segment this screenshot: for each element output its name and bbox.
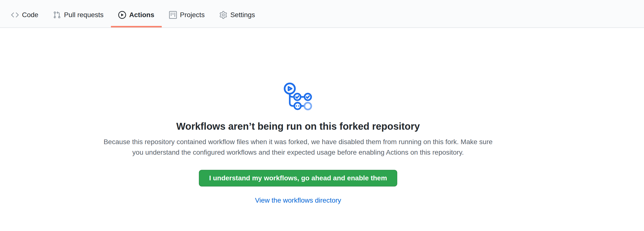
tab-projects[interactable]: Projects	[162, 0, 212, 28]
gear-icon	[220, 11, 227, 19]
tab-label: Actions	[129, 11, 154, 19]
tab-code[interactable]: Code	[4, 0, 46, 28]
git-pull-request-icon	[53, 11, 61, 19]
tab-settings[interactable]: Settings	[212, 0, 262, 28]
tab-label: Projects	[180, 11, 205, 19]
play-icon	[118, 11, 126, 19]
workflow-graph-icon	[284, 82, 312, 111]
tab-label: Settings	[230, 11, 255, 19]
repo-tab-bar: Code Pull requests Actions Projects Sett	[0, 0, 644, 28]
blankslate: Workflows aren’t being run on this forke…	[95, 28, 501, 205]
tab-pull-requests[interactable]: Pull requests	[46, 0, 111, 28]
repo-page: Code Pull requests Actions Projects Sett	[0, 0, 644, 205]
blankslate-description: Because this repository contained workfl…	[98, 137, 498, 158]
tab-label: Code	[22, 11, 38, 19]
blankslate-heading: Workflows aren’t being run on this forke…	[95, 120, 501, 132]
enable-workflows-button[interactable]: I understand my workflows, go ahead and …	[199, 170, 397, 186]
project-icon	[169, 11, 177, 19]
code-icon	[11, 11, 19, 19]
view-workflows-directory-link[interactable]: View the workflows directory	[255, 196, 341, 204]
actions-disabled-view: Workflows aren’t being run on this forke…	[0, 28, 644, 205]
tab-label: Pull requests	[64, 11, 104, 19]
link-row: View the workflows directory	[95, 195, 501, 205]
tab-actions[interactable]: Actions	[111, 0, 162, 28]
